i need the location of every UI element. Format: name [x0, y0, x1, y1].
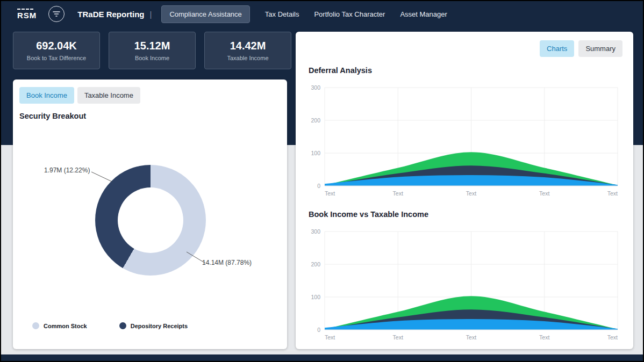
- svg-text:Text: Text: [325, 190, 335, 197]
- svg-text:100: 100: [311, 150, 320, 156]
- donut-callout-common-stock: 14.14M (87.78%): [202, 259, 252, 266]
- income-tabs: Book Income Taxable Income: [19, 87, 140, 104]
- view-toggle: Charts Summary: [540, 40, 622, 57]
- svg-text:0: 0: [317, 327, 320, 333]
- security-breakout-title: Security Breakout: [19, 112, 86, 120]
- rsm-logo: RSM: [17, 9, 37, 20]
- nav-tab-compliance-assistance[interactable]: Compliance Assistance: [161, 5, 249, 23]
- summary-button[interactable]: Summary: [578, 40, 622, 57]
- kpi-taxable-income: 14.42M Taxable Income: [204, 32, 291, 69]
- svg-text:Text: Text: [539, 190, 549, 197]
- title-separator: |: [150, 10, 152, 19]
- nav-tab-portfolio-tax-character[interactable]: Portfolio Tax Character: [314, 10, 385, 18]
- svg-text:Text: Text: [466, 190, 476, 197]
- svg-text:300: 300: [311, 228, 320, 235]
- analysis-panel: Charts Summary Deferral Analysis 0100200…: [296, 32, 633, 349]
- deferral-analysis-title: Deferral Analysis: [309, 66, 372, 75]
- kpi-value: 14.42M: [230, 40, 266, 52]
- legend-label: Depository Receipts: [131, 323, 188, 329]
- app-title-text: TRaDE Reporting: [77, 10, 144, 19]
- donut-legend: Common Stock Depository Receipts: [32, 322, 188, 329]
- kpi-label: Taxable Income: [227, 55, 268, 61]
- svg-text:Text: Text: [607, 334, 618, 341]
- kpi-row: 692.04K Book to Tax Difference 15.12M Bo…: [13, 32, 291, 69]
- rsm-logo-text: RSM: [17, 11, 37, 20]
- kpi-label: Book to Tax Difference: [27, 55, 86, 61]
- svg-text:Text: Text: [466, 334, 476, 341]
- legend-dot-common-stock: [32, 322, 39, 329]
- app-root: RSM TRaDE Reporting | Compliance Assista…: [0, 0, 644, 362]
- svg-text:200: 200: [311, 261, 320, 267]
- kpi-book-income: 15.12M Book Income: [109, 32, 196, 69]
- kpi-book-to-tax-difference: 692.04K Book to Tax Difference: [13, 32, 100, 69]
- tab-taxable-income[interactable]: Taxable Income: [77, 87, 140, 104]
- svg-text:300: 300: [311, 84, 320, 91]
- kpi-label: Book Income: [135, 55, 169, 61]
- legend-label: Common Stock: [44, 323, 87, 329]
- svg-text:200: 200: [311, 117, 320, 124]
- nav-tab-asset-manager[interactable]: Asset Manager: [400, 10, 447, 18]
- donut-callout-depository: 1.97M (12.22%): [44, 166, 90, 174]
- svg-text:Text: Text: [393, 334, 403, 341]
- legend-dot-depository-receipts: [119, 322, 126, 329]
- security-breakout-panel: Book Income Taxable Income Security Brea…: [13, 79, 287, 349]
- kpi-value: 15.12M: [134, 40, 170, 52]
- donut-chart: [95, 165, 206, 276]
- svg-text:Text: Text: [393, 190, 403, 197]
- nav-tab-tax-details[interactable]: Tax Details: [265, 10, 299, 18]
- filter-icon[interactable]: [48, 6, 65, 22]
- app-title: TRaDE Reporting |: [77, 10, 152, 19]
- main-nav: Compliance Assistance Tax Details Portfo…: [161, 5, 447, 23]
- charts-button[interactable]: Charts: [540, 40, 574, 57]
- deferral-analysis-chart: 0100200300TextTextTextTextText: [304, 82, 621, 203]
- kpi-value: 692.04K: [36, 40, 77, 52]
- svg-text:0: 0: [317, 183, 320, 189]
- rsm-logo-bars-icon: [17, 9, 33, 10]
- svg-text:100: 100: [311, 294, 320, 300]
- top-header: RSM TRaDE Reporting | Compliance Assista…: [1, 1, 643, 27]
- donut-hole: [118, 187, 183, 253]
- legend-common-stock: Common Stock: [32, 322, 87, 329]
- svg-text:Text: Text: [325, 334, 335, 341]
- legend-depository-receipts: Depository Receipts: [119, 322, 188, 329]
- svg-text:Text: Text: [539, 334, 549, 341]
- book-vs-taxable-title: Book Income vs Taxable Income: [309, 210, 428, 219]
- svg-text:Text: Text: [607, 190, 618, 197]
- tab-book-income[interactable]: Book Income: [19, 87, 74, 104]
- book-vs-taxable-chart: 0100200300TextTextTextTextText: [304, 226, 621, 347]
